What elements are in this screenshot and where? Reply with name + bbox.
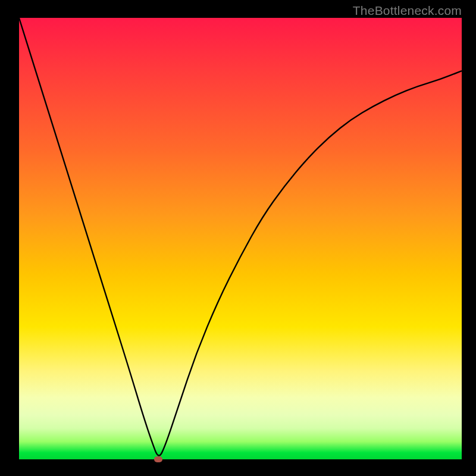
curve-path (19, 18, 462, 456)
optimum-marker (154, 456, 162, 462)
chart-frame: TheBottleneck.com (0, 0, 476, 476)
chart-curve (19, 18, 462, 459)
watermark-text: TheBottleneck.com (353, 4, 462, 18)
plot-area (19, 18, 462, 459)
